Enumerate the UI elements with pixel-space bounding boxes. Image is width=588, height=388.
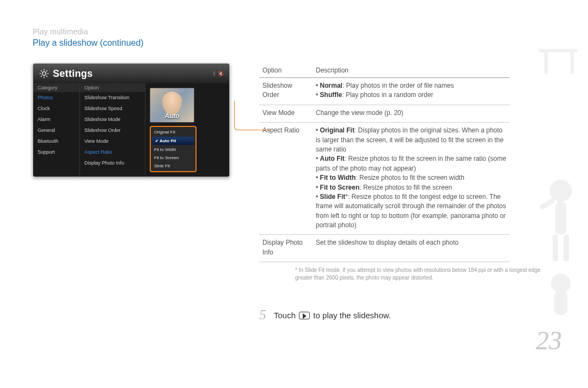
description-cell: Set the slideshow to display details of … [313,235,510,262]
svg-point-10 [42,72,46,76]
svg-rect-9 [554,291,567,315]
category-clock[interactable]: Clock [33,103,79,114]
option-slideshow-speed[interactable]: Slideshow Speed [80,103,145,114]
table-row: Aspect RatioOriginal Fit: Display photos… [259,123,510,235]
manual-page: Play multimedia Play a slideshow (contin… [0,0,588,388]
option-slideshow-transition[interactable]: Slideshow Transition [80,92,145,103]
preview-label: Auto [164,112,179,120]
option-display-photo-info[interactable]: Display Photo Info [80,157,145,168]
breadcrumb: Play multimedia [33,27,555,36]
popup-original-fit[interactable]: Original Fit [151,128,195,136]
th-option: Option [259,63,313,78]
preview-thumbnail: Auto [150,88,194,123]
page-number: 23 [536,325,562,355]
option-aspect-ratio[interactable]: Aspect Ratio [80,147,145,157]
settings-body: Category Photos Clock Alarm General Blue… [33,83,229,177]
options-table: Option Description Slideshow OrderNormal… [259,63,510,262]
svg-rect-1 [571,52,574,74]
step-number: 5 [259,307,266,323]
popup-auto-fit[interactable]: Auto Fit [152,137,194,145]
description-cell: Original Fit: Display photos in the orig… [313,123,510,235]
step-text: Touch to play the slideshow. [274,311,391,320]
preview-column: Auto Original Fit Auto Fit Fit to Width … [145,83,229,177]
option-slideshow-mode[interactable]: Slideshow Mode [80,114,145,125]
option-column: Option Slideshow Transition Slideshow Sp… [80,83,145,177]
table-row: Slideshow OrderNormal: Play photos in th… [259,78,510,105]
option-cell: Display Photo Info [259,235,313,262]
category-support[interactable]: Support [33,147,79,157]
option-view-mode[interactable]: View Mode [80,136,145,147]
category-photos[interactable]: Photos [33,92,79,103]
category-general[interactable]: General [33,125,79,136]
table-row: Display Photo InfoSet the slideshow to d… [259,235,510,262]
category-alarm[interactable]: Alarm [33,114,79,125]
settings-title: Settings [53,68,93,80]
popup-fit-to-screen[interactable]: Fit to Screen [151,154,195,162]
play-icon [299,312,310,319]
callout-connector [234,101,270,130]
option-slideshow-order[interactable]: Slideshow Order [80,125,145,136]
bluetooth-icon: ᛒ [213,71,216,76]
speaker-icon: 🔇 [218,71,224,76]
svg-rect-4 [555,202,566,234]
svg-rect-6 [564,234,569,262]
option-cell: Aspect Ratio [259,123,313,235]
svg-rect-0 [539,49,577,52]
step-5: 5 Touch to play the slideshow. [259,307,555,323]
category-bluetooth[interactable]: Bluetooth [33,136,79,147]
table-row: View ModeChange the view mode (p. 20) [259,105,510,122]
th-description: Description [313,63,510,78]
popup-slide-fit[interactable]: Slide Fit [151,162,195,170]
footnote: * In Slide Fit mode, if you attempt to v… [295,266,555,282]
settings-header: Settings ᛒ 🔇 [33,64,229,83]
option-heading: Option [80,83,145,92]
popup-fit-to-width[interactable]: Fit to Width [151,146,195,154]
gear-icon [39,68,50,79]
description-cell: Normal: Play photos in the order of file… [313,78,510,105]
settings-panel: Settings ᛒ 🔇 Category Photos Clock Alarm… [33,63,230,177]
description-cell: Change the view mode (p. 20) [313,105,510,122]
aspect-ratio-popup: Original Fit Auto Fit Fit to Width Fit t… [150,126,197,172]
content-row: Settings ᛒ 🔇 Category Photos Clock Alarm… [33,63,555,282]
step-text-after: to play the slideshow. [311,311,391,320]
category-heading: Category [33,83,79,92]
options-table-wrap: Option Description Slideshow OrderNormal… [230,63,555,282]
section-title: Play a slideshow (continued) [33,38,555,48]
step-text-before: Touch [274,311,298,320]
category-column: Category Photos Clock Alarm General Blue… [33,83,80,177]
header-status-icons: ᛒ 🔇 [213,71,224,76]
